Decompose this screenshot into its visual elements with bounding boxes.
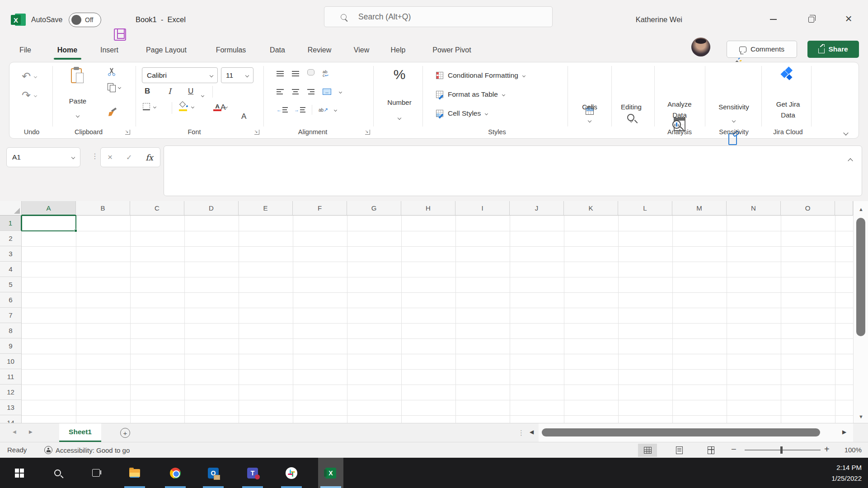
chevron-down-icon[interactable]: [153, 105, 156, 108]
top-align-icon[interactable]: [277, 71, 284, 76]
fill-color-button[interactable]: [179, 102, 194, 111]
zoom-in-button[interactable]: +: [824, 444, 830, 455]
alignment-dialog-launcher[interactable]: ↘: [365, 130, 370, 135]
analyze-data-label-1[interactable]: Analyze: [667, 100, 691, 108]
document-title[interactable]: Book1 - Excel: [136, 15, 186, 24]
align-right-icon[interactable]: [307, 89, 314, 94]
cells-group-button[interactable]: Cells: [582, 103, 597, 111]
hscroll-right-icon[interactable]: ▶: [842, 429, 846, 435]
tab-file[interactable]: File: [19, 43, 31, 57]
taskbar-excel[interactable]: X: [318, 458, 343, 488]
sheet-bar-grip[interactable]: ⋮: [518, 429, 525, 437]
scroll-up-icon[interactable]: ▲: [859, 206, 863, 212]
bold-button[interactable]: B: [145, 87, 150, 96]
row-header-1[interactable]: 1: [0, 216, 22, 231]
taskbar-clock[interactable]: 2:14 PM 1/25/2022: [831, 462, 862, 484]
zoom-slider-thumb[interactable]: [780, 446, 783, 454]
accessibility-status[interactable]: Accessibility: Good to go: [44, 446, 130, 454]
column-header-D[interactable]: D: [184, 201, 239, 216]
analyze-data-label-2[interactable]: Data: [672, 111, 687, 119]
number-dropdown[interactable]: [398, 113, 401, 121]
column-header-L[interactable]: L: [618, 201, 672, 216]
normal-view-button[interactable]: [638, 444, 657, 457]
borders-button[interactable]: [143, 103, 156, 110]
row-header-9[interactable]: 9: [0, 338, 22, 354]
share-button[interactable]: Share: [807, 41, 859, 58]
row-header-3[interactable]: 3: [0, 246, 22, 262]
avatar[interactable]: [691, 38, 710, 56]
tab-insert[interactable]: Insert: [100, 43, 118, 57]
cut-icon[interactable]: [108, 68, 116, 76]
scroll-down-icon[interactable]: ▼: [859, 414, 863, 419]
row-header-14[interactable]: 14: [0, 415, 22, 423]
chevron-down-icon[interactable]: [225, 105, 228, 108]
editing-group-button[interactable]: Editing: [621, 103, 642, 111]
column-header-G[interactable]: G: [347, 201, 401, 216]
row-header-11[interactable]: 11: [0, 369, 22, 385]
row-header-2[interactable]: 2: [0, 231, 22, 246]
undo-button[interactable]: ↶: [22, 71, 37, 81]
chevron-down-icon[interactable]: [334, 108, 337, 111]
get-jira-data-label-1[interactable]: Get Jira: [776, 100, 800, 108]
user-name[interactable]: Katherine Wei: [615, 15, 682, 24]
zoom-slider-track[interactable]: [745, 450, 821, 450]
tab-page-layout[interactable]: Page Layout: [146, 43, 187, 57]
tab-review[interactable]: Review: [308, 43, 331, 57]
align-center-icon[interactable]: [292, 89, 299, 94]
taskbar-outlook[interactable]: O: [201, 458, 226, 488]
vertical-scrollbar-thumb[interactable]: [856, 218, 865, 336]
row-header-4[interactable]: 4: [0, 262, 22, 277]
cell-styles-button[interactable]: Cell Styles: [436, 109, 488, 117]
row-header-13[interactable]: 13: [0, 400, 22, 415]
select-all-corner[interactable]: [0, 201, 22, 216]
chevron-down-icon[interactable]: [34, 75, 37, 78]
column-header-B[interactable]: B: [76, 201, 130, 216]
enter-icon[interactable]: ✓: [126, 153, 132, 162]
collapse-ribbon-button[interactable]: [844, 128, 848, 136]
sensitivity-dropdown[interactable]: [732, 116, 735, 124]
sheet-nav-right-icon[interactable]: ▶: [29, 429, 33, 434]
hscroll-left-icon[interactable]: ◀: [530, 429, 534, 435]
chevron-down-icon[interactable]: [191, 105, 194, 108]
merge-center-icon[interactable]: ↔: [323, 89, 331, 95]
row-header-12[interactable]: 12: [0, 385, 22, 400]
row-header-6[interactable]: 6: [0, 292, 22, 308]
row-header-10[interactable]: 10: [0, 354, 22, 369]
column-header-A[interactable]: A: [22, 201, 76, 216]
column-header-partial[interactable]: [835, 201, 853, 216]
taskbar-slack[interactable]: [279, 458, 304, 488]
taskbar-search[interactable]: [45, 458, 70, 488]
chevron-down-icon[interactable]: [118, 85, 121, 89]
chevron-down-icon[interactable]: [339, 90, 342, 93]
tab-data[interactable]: Data: [270, 43, 285, 57]
conditional-formatting-button[interactable]: Conditional Formatting: [436, 71, 525, 80]
insert-function-icon[interactable]: fx: [145, 153, 153, 162]
format-painter-icon[interactable]: [108, 108, 117, 117]
zoom-level[interactable]: 100%: [838, 446, 862, 454]
comments-button[interactable]: Comments: [727, 41, 797, 58]
cancel-icon[interactable]: ×: [108, 152, 113, 162]
wrap-text-icon[interactable]: abc↩: [323, 70, 328, 77]
zoom-out-button[interactable]: −: [731, 444, 737, 455]
column-header-I[interactable]: I: [455, 201, 510, 216]
font-color-button[interactable]: A: [213, 102, 227, 111]
tab-power-pivot[interactable]: Power Pivot: [432, 43, 471, 57]
underline-dropdown[interactable]: [202, 90, 204, 99]
fill-handle[interactable]: [74, 229, 77, 232]
page-layout-view-button[interactable]: [670, 444, 689, 457]
format-as-table-button[interactable]: Format as Table: [436, 90, 505, 99]
copy-button[interactable]: [108, 83, 121, 91]
font-dialog-launcher[interactable]: ↘: [254, 130, 259, 135]
middle-align-icon[interactable]: [292, 71, 299, 76]
editing-dropdown[interactable]: [630, 116, 633, 124]
increase-indent-icon[interactable]: →: [294, 107, 305, 113]
redo-button[interactable]: ↷: [22, 90, 37, 100]
row-header-7[interactable]: 7: [0, 308, 22, 323]
font-name-select[interactable]: Calibri: [142, 67, 218, 83]
tab-help[interactable]: Help: [391, 43, 406, 57]
font-size-select[interactable]: 11: [221, 67, 253, 83]
save-icon[interactable]: [114, 28, 126, 41]
column-header-M[interactable]: M: [672, 201, 727, 216]
chevron-down-icon[interactable]: [34, 94, 37, 97]
formula-bar-grip[interactable]: ⋮: [91, 152, 99, 160]
